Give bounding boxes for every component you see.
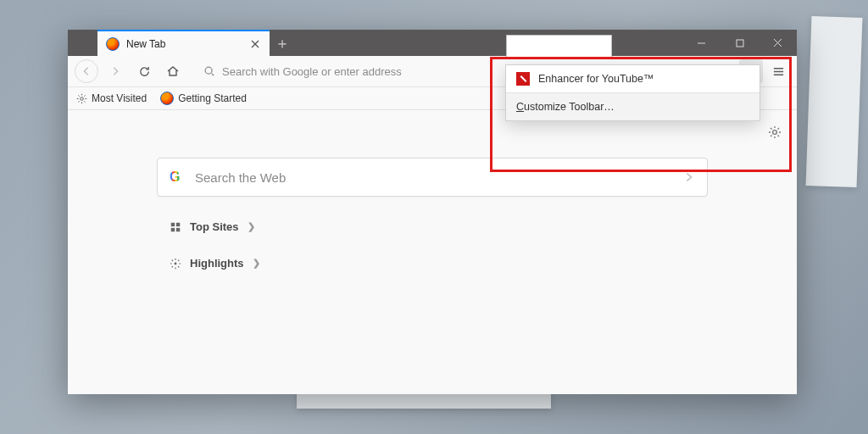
chevron-right-icon: ❯ <box>253 258 260 269</box>
svg-rect-10 <box>176 227 180 231</box>
google-logo-icon <box>170 170 185 185</box>
titlebar: New Tab ＋ <box>68 30 797 56</box>
gear-icon <box>76 93 87 104</box>
section-highlights[interactable]: Highlights ❯ <box>170 257 695 270</box>
newtab-search-box[interactable]: Search the Web <box>157 158 708 197</box>
bookmark-label: Getting Started <box>178 92 247 104</box>
overflow-pinned-area[interactable] <box>506 35 612 58</box>
bookmark-most-visited[interactable]: Most Visited <box>76 92 147 104</box>
svg-rect-8 <box>176 222 180 225</box>
firefox-icon <box>160 92 174 105</box>
newtab-settings-button[interactable] <box>768 125 782 139</box>
app-menu-button[interactable] <box>766 59 790 83</box>
search-icon <box>203 65 215 77</box>
svg-point-5 <box>81 97 84 100</box>
maximize-button[interactable] <box>721 30 759 56</box>
section-top-sites[interactable]: Top Sites ❯ <box>170 220 695 233</box>
svg-rect-7 <box>171 222 175 225</box>
svg-rect-9 <box>171 227 175 231</box>
url-placeholder: Search with Google or enter address <box>222 65 402 78</box>
newtab-content: Search the Web Top Sites ❯ Highlights ❯ <box>68 110 797 394</box>
section-label: Top Sites <box>190 220 239 233</box>
tab-title: New Tab <box>126 38 242 50</box>
svg-point-1 <box>205 67 212 74</box>
svg-point-6 <box>773 131 777 135</box>
enhancer-extension-icon <box>516 72 530 86</box>
overflow-item-label: Customize Toolbar… <box>516 101 615 113</box>
window-controls <box>682 30 797 56</box>
svg-point-11 <box>175 262 177 264</box>
tab-active[interactable]: New Tab <box>97 30 270 56</box>
window-close-button[interactable] <box>759 30 797 56</box>
search-submit-icon[interactable] <box>683 171 695 183</box>
reload-button[interactable] <box>132 59 156 83</box>
chevron-right-icon: ❯ <box>248 221 255 232</box>
firefox-favicon-icon <box>106 37 120 51</box>
overflow-item-enhancer[interactable]: Enhancer for YouTube™ <box>506 65 760 92</box>
new-tab-button[interactable]: ＋ <box>270 30 295 56</box>
overflow-item-label: Enhancer for YouTube™ <box>538 73 654 85</box>
minimize-button[interactable] <box>682 30 721 56</box>
search-placeholder: Search the Web <box>195 170 286 185</box>
back-button[interactable] <box>75 59 98 83</box>
tab-close-button[interactable] <box>249 38 261 50</box>
overflow-customize-toolbar[interactable]: Customize Toolbar… <box>506 93 760 120</box>
overflow-panel: Enhancer for YouTube™ Customize Toolbar… <box>505 64 760 121</box>
svg-rect-0 <box>737 40 743 47</box>
grid-icon <box>170 221 181 233</box>
section-label: Highlights <box>190 257 244 270</box>
bookmark-label: Most Visited <box>92 92 147 104</box>
forward-button[interactable] <box>103 59 127 83</box>
bookmark-getting-started[interactable]: Getting Started <box>160 92 247 105</box>
home-button[interactable] <box>161 59 185 83</box>
highlights-icon <box>170 258 181 270</box>
